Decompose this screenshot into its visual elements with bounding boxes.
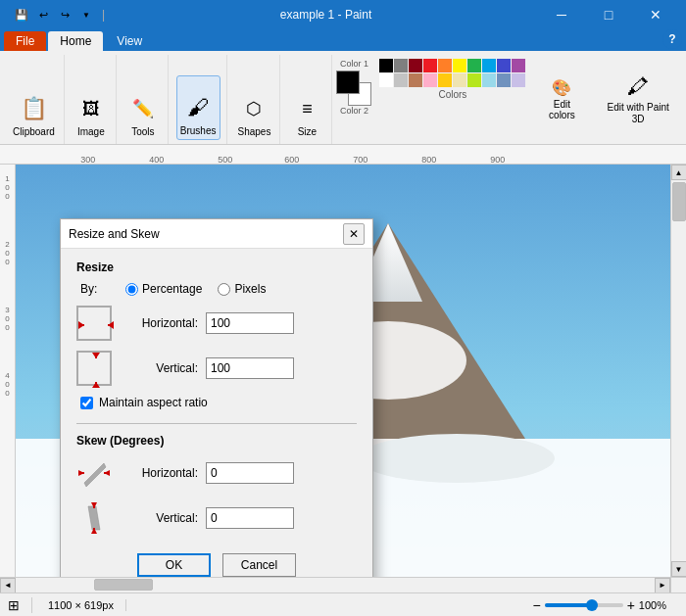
resize-vertical-icon [76,351,112,386]
color-swatch[interactable] [512,73,525,87]
qat-dropdown-btn[interactable]: ▼ [76,5,96,24]
ruler-mark-600: 600 [284,155,299,165]
percentage-radio-label[interactable]: Percentage [125,282,202,296]
status-section-dimensions: 1100 × 619px [48,599,126,611]
color-swatch[interactable] [394,73,408,87]
help-button[interactable]: ? [662,29,682,49]
aspect-ratio-checkbox[interactable] [80,397,93,409]
aspect-ratio-label: Maintain aspect ratio [99,396,208,409]
color-swatch[interactable] [497,73,511,87]
quick-access-toolbar: 💾 ↩ ↪ ▼ | [8,5,113,24]
edit-colors-icon: 🎨 [552,78,571,97]
tools-icon: ✏️ [127,93,159,124]
ribbon-tab-bar: File Home View ? [0,29,686,51]
canvas-dimensions: 1100 × 619px [48,599,114,611]
dialog-close-button[interactable]: ✕ [343,223,365,245]
save-qat-btn[interactable]: 💾 [12,5,31,24]
scroll-left-button[interactable]: ◄ [0,578,16,593]
zoom-level: 100% [639,599,666,611]
color-swatch[interactable] [482,73,496,87]
title-bar: 💾 ↩ ↪ ▼ | example 1 - Paint ─ □ ✕ [0,0,686,29]
shapes-button[interactable]: ⬡ Shapes [235,75,274,140]
zoom-plus-btn[interactable]: + [627,597,635,613]
color-swatch[interactable] [497,59,511,72]
color-swatch[interactable] [453,59,466,72]
color-swatch[interactable] [467,59,481,72]
scroll-right-button[interactable]: ► [655,578,670,593]
size-label: Size [298,126,317,138]
scroll-thumb-h[interactable] [94,579,153,591]
horizontal-resize-input[interactable] [206,312,294,334]
horizontal-skew-label: Horizontal: [120,466,198,480]
color-swatch[interactable] [379,59,393,72]
resize-h-svg [78,308,114,343]
horizontal-skew-input[interactable] [206,462,294,484]
color-swatch[interactable] [423,73,437,87]
scroll-down-button[interactable]: ▼ [671,561,687,577]
resize-by-row: By: Percentage Pixels [80,282,357,296]
percentage-label: Percentage [142,282,202,296]
color1-swatch[interactable] [336,71,360,94]
tab-view[interactable]: View [105,31,154,51]
color-swatch[interactable] [394,59,408,72]
size-button[interactable]: ≡ Size [288,75,325,140]
color-swatch[interactable] [453,73,466,87]
resize-section-label: Resize [76,261,357,274]
color-swatch[interactable] [409,59,422,72]
pixels-radio-label[interactable]: Pixels [218,282,266,296]
color-swatch[interactable] [438,59,452,72]
percentage-radio[interactable] [125,283,138,296]
ribbon-group-clipboard: 📋 Clipboard [4,55,65,144]
clipboard-button[interactable]: 📋 Clipboard [10,75,58,140]
dialog-body: Resize By: Percentage Pixels [61,249,372,577]
tools-button[interactable]: ✏️ Tools [124,75,162,140]
color-row-2 [379,73,525,87]
edit-paint3d-button[interactable]: 🖍 Edit with Paint 3D [600,71,676,129]
vertical-skew-input[interactable] [206,507,294,529]
edit-colors-section: 🎨 Edit colors [531,55,592,144]
color-swatch[interactable] [423,59,437,72]
color-swatch[interactable] [482,59,496,72]
edit-paint3d-icon: 🖍 [627,74,649,100]
redo-qat-btn[interactable]: ↪ [55,5,74,24]
image-button[interactable]: 🖼 Image [73,75,110,140]
shapes-icon: ⬡ [238,93,270,124]
color-swatch[interactable] [409,73,422,87]
tab-file[interactable]: File [4,31,46,51]
zoom-thumb[interactable] [586,599,598,611]
skew-h-svg [76,455,112,491]
pixels-radio[interactable] [218,283,230,296]
minimize-button[interactable]: ─ [539,0,584,29]
image-label: Image [77,126,105,138]
cancel-button[interactable]: Cancel [222,553,296,577]
edit-colors-button[interactable]: 🎨 Edit colors [537,74,586,124]
undo-qat-btn[interactable]: ↩ [33,5,53,24]
vertical-skew-label: Vertical: [120,511,198,525]
tab-home[interactable]: Home [48,31,103,51]
vertical-resize-input[interactable] [206,357,294,379]
color-swatch[interactable] [379,73,393,87]
content-area: 100 200 300 400 [0,165,686,577]
zoom-minus-btn[interactable]: − [532,597,540,613]
svg-marker-18 [92,382,100,388]
by-label: By: [80,282,110,296]
scroll-up-button[interactable]: ▲ [671,165,687,180]
close-button[interactable]: ✕ [633,0,678,29]
pixels-label: Pixels [234,282,266,296]
resize-v-svg [78,353,114,388]
edit-colors-label: Edit colors [541,99,582,120]
zoom-slider[interactable] [545,603,623,607]
restore-button[interactable]: □ [586,0,631,29]
color-swatch[interactable] [467,73,481,87]
ruler: 300 400 500 600 700 800 900 [0,145,686,165]
dialog-title-bar: Resize and Skew ✕ [61,219,372,249]
color-swatch[interactable] [512,59,525,72]
color-swatch[interactable] [438,73,452,87]
dialog-buttons: OK Cancel [76,545,357,577]
ok-button[interactable]: OK [137,553,211,577]
resize-skew-dialog: Resize and Skew ✕ Resize By: Percentage [60,218,373,577]
scroll-thumb-v[interactable] [672,182,686,221]
brushes-button[interactable]: 🖌 Brushes [176,75,220,140]
skew-vertical-icon [76,500,112,536]
svg-marker-16 [92,353,100,358]
